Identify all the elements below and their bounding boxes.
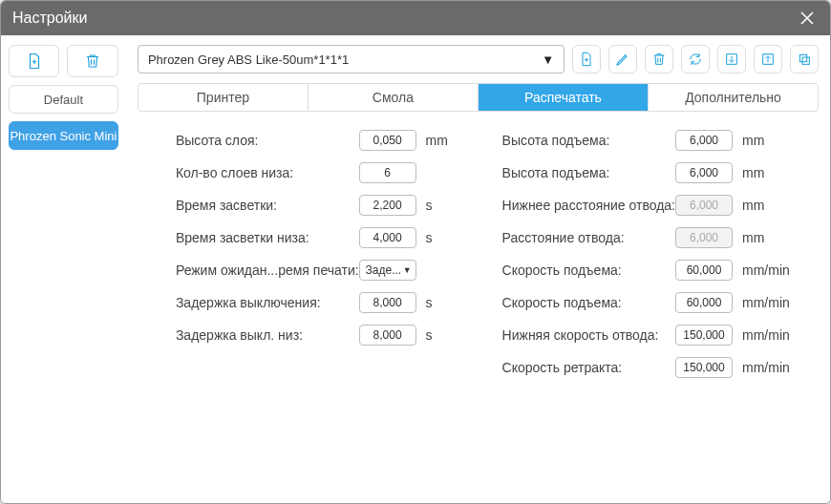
param-label: Режим ожидан...ремя печати: [176,262,359,278]
param-unit: mm [733,133,790,148]
param-unit: mm [416,133,474,148]
param-label: Скорость подъема: [502,295,675,310]
param-row: Время засветки:2,200s [176,194,474,217]
import-icon [724,52,739,67]
param-input[interactable]: 8,000 [359,292,416,313]
param-input[interactable]: 6 [359,162,416,183]
titlebar: Настройки [1,1,830,35]
param-unit: s [416,230,474,245]
resin-profile-value: Phrozen Grey ABS Like-50um*1*1*1 [148,52,349,67]
tab[interactable]: Дополнительно [649,84,818,111]
sidebar: DefaultPhrozen Sonic Mini [1,35,126,503]
settings-window: Настройки DefaultPhrozen Sonic Mini Phro… [0,0,831,504]
param-label: Кол-во слоев низа: [176,165,359,180]
param-input[interactable]: 0,050 [359,130,416,151]
caret-down-icon: ▼ [403,265,412,275]
trash-icon [84,52,101,70]
left-column: Высота слоя:0,050mmКол-во слоев низа:6Вр… [176,129,474,379]
main: Phrozen Grey ABS Like-50um*1*1*1 ▼ [126,35,830,503]
param-row: Режим ожидан...ремя печати:Заде...▼ [176,259,474,282]
close-icon [799,10,815,26]
param-row: Расстояние отвода:6,000mm [502,226,790,249]
trash-icon [651,52,667,67]
param-row: Кол-во слоев низа:6 [176,161,474,184]
param-unit: mm [733,165,790,180]
edit-resin-button[interactable] [608,45,637,74]
param-row: Нижнее расстояние отвода:6,000mm [502,194,790,217]
param-label: Время засветки: [176,198,359,213]
resin-profile-select[interactable]: Phrozen Grey ABS Like-50um*1*1*1 ▼ [138,45,565,74]
param-label: Высота подъема: [502,133,675,148]
delete-resin-button[interactable] [645,45,673,74]
file-plus-icon [579,52,594,67]
refresh-button[interactable] [681,45,710,74]
param-label: Расстояние отвода: [502,230,675,245]
param-unit: mm/min [733,360,790,375]
param-row: Скорость ретракта:150,000mm/min [502,356,790,379]
param-input[interactable]: 60,000 [675,292,733,313]
param-unit: mm [733,198,790,213]
param-select[interactable]: Заде...▼ [359,260,416,281]
param-row: Задержка выкл. низ:8,000s [176,324,474,346]
param-label: Время засветки низа: [176,230,359,245]
param-row: Время засветки низа:4,000s [176,226,474,249]
param-label: Скорость подъема: [502,262,675,278]
sidebar-button-row [9,45,118,77]
param-label: Задержка выключения: [176,295,359,310]
param-input[interactable]: 6,000 [675,162,733,183]
pencil-icon [615,52,630,67]
param-unit: mm/min [733,327,790,343]
copy-icon [797,52,812,67]
delete-profile-button[interactable] [67,45,117,77]
param-input[interactable]: 8,000 [359,325,416,346]
param-row: Скорость подъема:60,000mm/min [502,259,790,282]
sidebar-profile-item[interactable]: Phrozen Sonic Mini [9,121,118,150]
param-label: Скорость ретракта: [502,360,675,375]
params: Высота слоя:0,050mmКол-во слоев низа:6Вр… [138,129,819,379]
file-plus-icon [26,52,43,70]
param-label: Высота слоя: [176,133,359,148]
param-input[interactable]: 150,000 [675,325,733,346]
param-row: Нижняя скорость отвода:150,000mm/min [502,324,790,346]
window-title: Настройки [12,10,796,27]
param-row: Скорость подъема:60,000mm/min [502,291,790,314]
top-row: Phrozen Grey ABS Like-50um*1*1*1 ▼ [138,45,819,74]
add-profile-button[interactable] [9,45,59,77]
svg-rect-1 [802,57,809,64]
param-label: Нижнее расстояние отвода: [502,198,675,213]
close-button[interactable] [796,7,819,30]
param-input: 6,000 [675,195,733,216]
param-row: Задержка выключения:8,000s [176,291,474,314]
param-input[interactable]: 2,200 [359,195,416,216]
param-input[interactable]: 4,000 [359,227,416,248]
param-unit: mm [733,230,790,245]
refresh-icon [688,52,703,67]
param-input[interactable]: 6,000 [675,130,733,151]
sidebar-profile-item[interactable]: Default [9,85,118,114]
param-label: Задержка выкл. низ: [176,327,359,343]
caret-down-icon: ▼ [542,52,554,67]
param-unit: s [416,198,474,213]
param-row: Высота подъема:6,000mm [502,129,790,152]
param-input: 6,000 [675,227,733,248]
tabs: ПринтерСмолаРаспечататьДополнительно [138,83,819,112]
tab[interactable]: Распечатать [479,84,649,111]
param-row: Высота слоя:0,050mm [176,129,474,152]
param-unit: mm/min [733,295,790,310]
param-unit: s [416,295,474,310]
param-input[interactable]: 150,000 [675,357,733,378]
export-icon [760,52,776,67]
new-resin-button[interactable] [572,45,601,74]
right-column: Высота подъема:6,000mmВысота подъема:6,0… [502,129,790,379]
param-label: Нижняя скорость отвода: [502,327,675,343]
param-input[interactable]: 60,000 [675,260,733,281]
param-label: Высота подъема: [502,165,675,180]
import-button[interactable] [717,45,746,74]
param-unit: s [416,327,474,343]
copy-button[interactable] [790,45,819,74]
param-row: Высота подъема:6,000mm [502,161,790,184]
export-button[interactable] [754,45,782,74]
tab[interactable]: Принтер [138,84,309,111]
body: DefaultPhrozen Sonic Mini Phrozen Grey A… [1,35,830,503]
tab[interactable]: Смола [309,84,479,111]
